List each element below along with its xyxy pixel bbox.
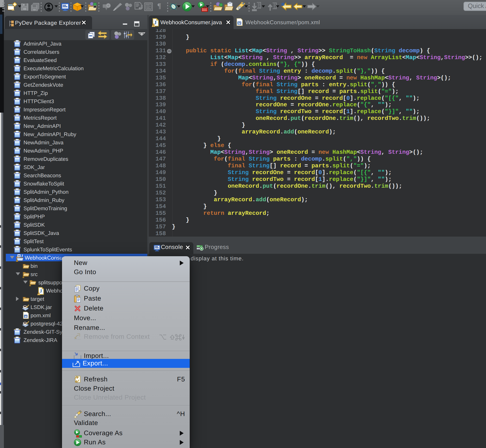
svg-text:M: M [238,21,241,25]
svg-text:J: J [40,289,42,294]
svg-text:M: M [24,315,27,318]
svg-text:J: J [21,254,23,258]
svg-text:M: M [18,255,20,257]
svg-text:¶: ¶ [157,2,161,10]
svg-text:J: J [154,20,157,25]
